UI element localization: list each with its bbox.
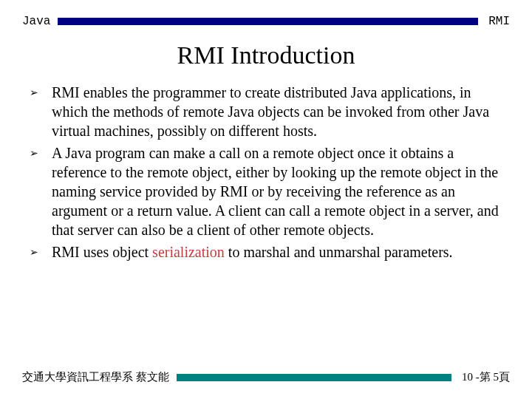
bullet-icon: ➢ (30, 242, 52, 262)
list-item: ➢ A Java program can make a call on a re… (30, 143, 502, 239)
bullet-icon: ➢ (30, 83, 52, 140)
bullet-pre: RMI uses object (52, 244, 152, 260)
slide-footer: 交通大學資訊工程學系 蔡文能 10 -第 5頁 (0, 370, 532, 384)
slide-content: ➢ RMI enables the programmer to create d… (0, 83, 532, 262)
slide-header: Java RMI (0, 0, 532, 28)
bullet-text: RMI uses object serialization to marshal… (52, 242, 453, 262)
slide-title: RMI Introduction (0, 41, 532, 69)
highlight-word: serialization (152, 244, 225, 260)
header-right-label: RMI (488, 15, 510, 28)
header-left-label: Java (22, 15, 50, 28)
footer-bar (177, 374, 451, 381)
bullet-text: RMI enables the programmer to create dis… (52, 83, 502, 140)
list-item: ➢ RMI uses object serialization to marsh… (30, 242, 502, 262)
bullet-text: A Java program can make a call on a remo… (52, 143, 502, 239)
bullet-icon: ➢ (30, 143, 52, 239)
footer-page-number: 10 -第 5頁 (462, 370, 510, 384)
footer-left-label: 交通大學資訊工程學系 蔡文能 (22, 370, 169, 384)
header-bar (58, 18, 478, 25)
list-item: ➢ RMI enables the programmer to create d… (30, 83, 502, 140)
bullet-post: to marshal and unmarshal parameters. (225, 244, 453, 260)
